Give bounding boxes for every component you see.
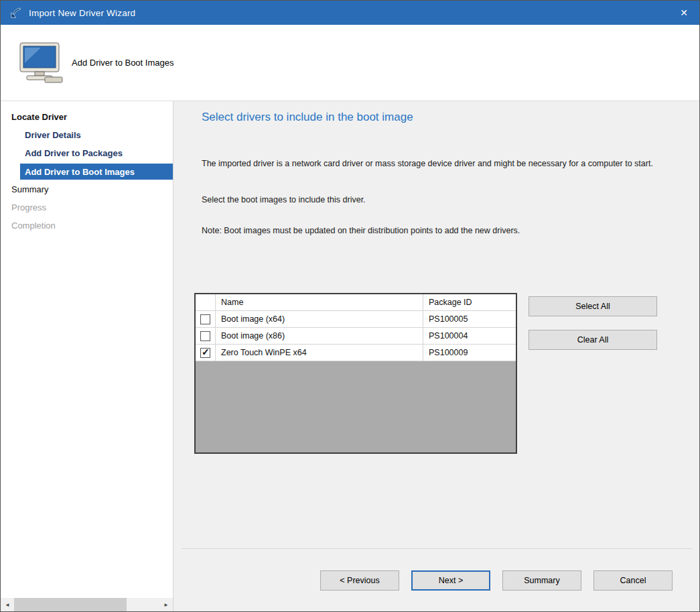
scrollbar-thumb[interactable] xyxy=(14,598,127,611)
cancel-button[interactable]: Cancel xyxy=(593,570,673,591)
sidebar-item-summary[interactable]: Summary xyxy=(1,180,173,198)
footer-buttons: < Previous Next > Summary Cancel xyxy=(320,570,673,591)
row-name: Zero Touch WinPE x64 xyxy=(216,345,423,361)
scroll-left-icon[interactable]: ◄ xyxy=(1,598,14,611)
row-checkbox[interactable] xyxy=(200,314,210,324)
computer-monitor-icon xyxy=(14,42,66,84)
wizard-steps-sidebar: Locate Driver Driver Details Add Driver … xyxy=(1,101,173,611)
page-heading: Select drivers to include in the boot im… xyxy=(202,111,413,124)
intro-text: The imported driver is a network card dr… xyxy=(202,158,671,170)
column-header-name[interactable]: Name xyxy=(216,294,423,310)
wizard-body: Locate Driver Driver Details Add Driver … xyxy=(1,101,699,611)
wizard-arrow-icon xyxy=(9,6,23,19)
row-checkbox[interactable] xyxy=(200,348,210,358)
sidebar-item-driver-details[interactable]: Driver Details xyxy=(1,126,173,144)
summary-button[interactable]: Summary xyxy=(502,570,581,591)
close-button[interactable]: ✕ xyxy=(669,1,699,25)
note-text: Note: Boot images must be updated on the… xyxy=(202,225,671,237)
footer-divider xyxy=(182,548,693,549)
previous-button[interactable]: < Previous xyxy=(320,570,399,591)
row-name: Boot image (x86) xyxy=(216,328,423,344)
sidebar-item-progress: Progress xyxy=(1,198,173,217)
row-package-id: PS100005 xyxy=(423,311,516,327)
window-title: Import New Driver Wizard xyxy=(29,8,135,18)
row-package-id: PS100009 xyxy=(423,345,516,361)
wizard-header: Add Driver to Boot Images xyxy=(1,25,699,101)
row-checkbox[interactable] xyxy=(200,331,210,341)
horizontal-scrollbar[interactable]: ◄ ► xyxy=(1,598,173,611)
next-button[interactable]: Next > xyxy=(411,570,490,591)
table-row[interactable]: Zero Touch WinPE x64 PS100009 xyxy=(196,345,516,361)
column-header-checkbox[interactable] xyxy=(196,294,216,310)
titlebar: Import New Driver Wizard ✕ xyxy=(1,1,699,25)
boot-images-table: Name Package ID Boot image (x64) PS10000… xyxy=(194,293,517,454)
wizard-main-panel: Select drivers to include in the boot im… xyxy=(173,101,699,611)
select-all-button[interactable]: Select All xyxy=(529,296,657,316)
scrollbar-track[interactable] xyxy=(14,598,159,611)
column-header-package-id[interactable]: Package ID xyxy=(423,294,516,310)
row-name: Boot image (x64) xyxy=(216,311,423,327)
row-package-id: PS100004 xyxy=(423,328,516,344)
table-row[interactable]: Boot image (x86) PS100004 xyxy=(196,328,516,345)
sidebar-item-locate-driver[interactable]: Locate Driver xyxy=(1,108,173,126)
import-new-driver-wizard-window: Import New Driver Wizard ✕ Add Driver to… xyxy=(0,0,700,612)
clear-all-button[interactable]: Clear All xyxy=(529,330,657,350)
select-text: Select the boot images to include this d… xyxy=(202,194,671,206)
table-row[interactable]: Boot image (x64) PS100005 xyxy=(196,311,516,328)
table-header-row: Name Package ID xyxy=(196,294,516,311)
scroll-right-icon[interactable]: ► xyxy=(159,598,173,611)
wizard-page-title: Add Driver to Boot Images xyxy=(72,58,173,68)
sidebar-item-add-driver-to-packages[interactable]: Add Driver to Packages xyxy=(1,144,173,162)
sidebar-item-completion: Completion xyxy=(1,217,173,235)
sidebar-item-add-driver-to-boot-images[interactable]: Add Driver to Boot Images xyxy=(20,164,173,180)
